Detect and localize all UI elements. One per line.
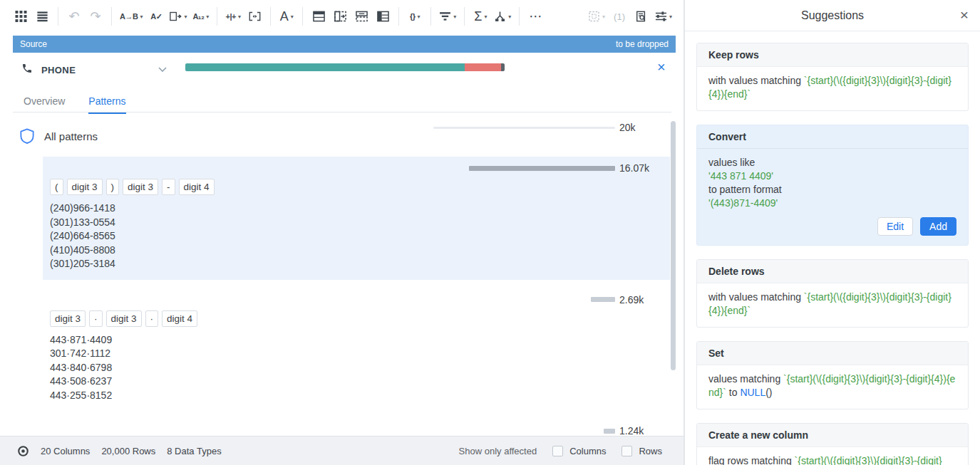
pattern-card[interactable]: 16.07k(digit 3)digit 3-digit 4(240)966-1… [43,157,670,280]
view-settings-icon[interactable]: ▾ [655,6,672,27]
pattern-count-label: 2.69k [619,294,652,305]
quality-segment-valid[interactable] [185,63,465,71]
show-only-affected-label: Show only affected [459,446,537,456]
suggestion-card-title: Convert [697,125,968,149]
suggestion-card-create-a-new-column[interactable]: Create a new columnflag rows matching `{… [696,423,969,465]
patterns-panel: 20k All patterns 16.07k(digit 3)digit 3-… [0,113,684,436]
sort-icon[interactable]: A₁₂▾ [192,6,209,27]
chevron-down-icon[interactable] [158,67,167,72]
pattern-bar-row: 16.07k [43,162,670,174]
rows-checkbox[interactable] [621,446,632,456]
suggestion-card-convert[interactable]: Convertvalues like'443 871 4409'to patte… [696,125,969,246]
pattern-token-chip: digit 3 [50,310,86,327]
quality-segment-empty[interactable] [501,63,505,71]
suggestion-text: () [765,387,772,398]
pattern-example-value: (301)133-0554 [50,216,670,230]
source-label: Source [20,39,47,49]
status-bar: 20 Columns 20,000 Rows 8 Data Types Show… [0,436,684,465]
split-icon[interactable]: +|+▾ [225,6,241,27]
unpivot-icon[interactable] [332,6,348,27]
group-by-icon[interactable] [375,6,391,27]
vertical-scrollbar[interactable] [671,121,676,370]
pattern-token-chip: ( [50,179,63,195]
more-icon[interactable]: ⋯ [527,6,543,27]
quality-segment-invalid[interactable] [465,63,501,71]
pattern-token-chip: · [145,310,159,327]
suggestion-card-delete-rows[interactable]: Delete rowswith values matching `{start}… [696,259,969,328]
pattern-examples: 443·871·4409301·742·1112443·840·6798443·… [50,333,670,403]
join-icon[interactable]: ▾ [494,6,511,27]
move-columns-icon[interactable]: ▾ [170,6,187,27]
suggestion-text: to [726,387,740,398]
source-column-banner[interactable]: Source to be dropped [13,36,676,53]
transpose-icon[interactable] [354,6,369,27]
function-name: NULL [740,387,765,398]
dropdown-caret-icon: ▾ [669,14,672,20]
pattern-bar-row: 1.24k [43,425,670,436]
pattern-count-label: 1.24k [619,425,652,436]
sort-icon-glyph: A₁₂ [192,13,204,21]
close-icon[interactable]: × [960,6,969,23]
pattern-count-label: 16.07k [619,162,652,174]
standardize-icon[interactable]: A✓ [148,6,164,27]
suggestion-text: flag rows matching [708,455,795,465]
apps-grid-icon[interactable] [13,6,29,27]
edit-button[interactable]: Edit [877,217,913,236]
all-patterns-label: All patterns [44,130,98,142]
redo-icon: ↷ [88,6,103,27]
toolbar-left-group: ↶↷A→B▾A✓▾A₁₂▾+|+▾A▾{}▾▾Σ▾▾⋯ [10,6,546,27]
visibility-eye-icon[interactable] [17,445,29,457]
pattern-example-value: (410)405-8808 [50,244,670,258]
suggestion-buttons-row: EditAdd [708,217,956,236]
suggestion-card-title: Delete rows [697,260,968,283]
phone-type-icon[interactable] [21,63,33,74]
columns-checkbox[interactable] [552,446,563,456]
pattern-count-bar [469,166,615,171]
toolbar-separator [302,7,303,26]
merge-icon[interactable] [247,6,262,27]
pattern-example-value: 443·255·8152 [50,389,670,403]
suggestion-card-body: with values matching `{start}(\({digit}{… [697,67,968,110]
pattern-example-value: (240)664-8565 [50,229,670,244]
pattern-token-row: (digit 3)digit 3-digit 4 [50,179,670,195]
aggregate-icon[interactable]: Σ▾ [473,6,488,27]
all-patterns-row[interactable]: All patterns [20,128,98,144]
pattern-card[interactable]: 2.69kdigit 3·digit 3·digit 4443·871·4409… [43,288,670,412]
column-close-icon[interactable]: × [657,60,666,74]
redo-icon-glyph: ↷ [90,10,100,23]
toolbar-separator [398,7,399,26]
status-right-group: Show only affected Columns Rows [459,446,662,456]
columns-checkbox-label: Columns [569,446,606,456]
aggregate-icon-glyph: Σ [474,10,482,23]
add-button[interactable]: Add [920,217,956,236]
pattern-count-bar [604,429,615,434]
column-quality-bar[interactable] [185,63,505,71]
pattern-bar-row: 2.69k [43,294,670,305]
pivot-icon[interactable] [311,6,326,27]
functions-icon[interactable]: {}▾ [407,6,423,27]
pattern-expression: '443 871 4409' [708,170,773,182]
pattern-token-chip: · [89,310,103,327]
pattern-token-row: digit 3·digit 3·digit 4 [50,310,670,327]
dropdown-caret-icon: ▾ [602,14,605,20]
column-header: PHONE × [0,53,684,85]
format-icon[interactable]: A▾ [279,6,294,27]
dropdown-caret-icon: ▾ [418,14,421,20]
status-left-group: 20 Columns 20,000 Rows 8 Data Types [17,445,222,457]
replace-icon[interactable]: A→B▾ [120,6,143,27]
dropdown-caret-icon: ▾ [206,14,209,20]
pattern-example-value: (301)205-3184 [50,257,670,271]
recipe-search-icon[interactable] [634,6,649,27]
pattern-examples: (240)966-1418(301)133-0554(240)664-8565(… [50,202,670,271]
filter-icon[interactable]: ▾ [439,6,456,27]
suggestion-card-keep-rows[interactable]: Keep rowswith values matching `{start}(\… [696,43,969,111]
suggestion-card-title: Create a new column [697,424,968,447]
suggestion-card-body: flag rows matching `{start}(\({digit}{3}… [697,447,968,465]
suggestion-card-set[interactable]: Setvalues matching `{start}(\({digit}{3}… [696,341,969,409]
data-types-count: 8 Data Types [167,446,221,456]
pattern-token-chip: - [162,179,175,195]
pattern-card[interactable]: 1.24k+digit 4·digit 3·digit 4 [43,419,670,436]
table-rows-icon[interactable] [34,6,50,27]
column-details-panel: ↶↷A→B▾A✓▾A₁₂▾+|+▾A▾{}▾▾Σ▾▾⋯ ▾(1)▾ Source… [0,0,684,465]
dropdown-caret-icon: ▾ [291,14,294,20]
